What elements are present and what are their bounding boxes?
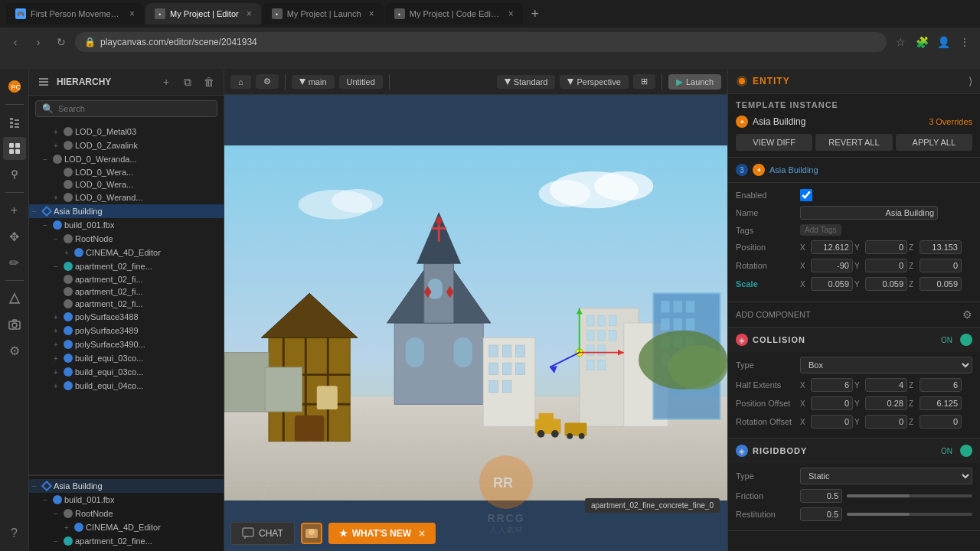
expand2-asia[interactable]: − bbox=[29, 481, 40, 491]
tab-close-1[interactable]: × bbox=[129, 8, 135, 19]
tab-editor[interactable]: ▪ My Project | Editor × bbox=[145, 3, 261, 24]
position-z-input[interactable] bbox=[920, 240, 962, 254]
perspective-dropdown[interactable]: Perspective bbox=[560, 75, 628, 89]
whats-new-close-icon[interactable]: × bbox=[419, 527, 425, 540]
tree-item-wera3[interactable]: LOD_0_Wera... bbox=[29, 178, 224, 191]
tree-item-apt02[interactable]: − apartment_02_fine... bbox=[29, 259, 224, 273]
name-input[interactable] bbox=[800, 206, 938, 220]
he-x-input[interactable] bbox=[811, 378, 853, 392]
collision-toggle[interactable] bbox=[960, 334, 972, 346]
tree-item-build001[interactable]: − build_001.fbx bbox=[29, 218, 224, 232]
viewport-3d[interactable]: CHAT ★ WHAT'S NEW × apartment_02_f bbox=[224, 95, 727, 551]
tree-item-wera2[interactable]: LOD_0_Wera... bbox=[29, 166, 224, 178]
tab-close-2[interactable]: × bbox=[247, 8, 252, 19]
expand-icon-asia[interactable]: − bbox=[29, 206, 40, 217]
collision-type-select[interactable]: Box bbox=[800, 357, 972, 373]
assets-icon[interactable] bbox=[3, 137, 26, 160]
delete-button[interactable]: 🗑 bbox=[201, 73, 217, 90]
hierarchy-search-input[interactable] bbox=[58, 104, 211, 113]
add-component-bar[interactable]: ADD COMPONENT ⚙ bbox=[728, 302, 980, 328]
move-tool-icon[interactable]: ✥ bbox=[3, 225, 26, 248]
entity-panel-collapse[interactable]: ⟩ bbox=[969, 75, 972, 87]
forward-button[interactable]: › bbox=[29, 33, 47, 51]
he-z-input[interactable] bbox=[920, 378, 962, 392]
tree-item-cinema[interactable]: + CINEMA_4D_Editor bbox=[29, 246, 224, 259]
expand2-cinema[interactable]: + bbox=[61, 522, 72, 533]
expand-icon-equi03a[interactable]: + bbox=[51, 353, 61, 364]
expand-icon-root[interactable]: − bbox=[51, 233, 61, 244]
home-button[interactable]: ⌂ bbox=[230, 75, 251, 89]
tree-item-lod0-werand[interactable]: + LOD_0_Werand... bbox=[29, 191, 224, 204]
collision-header[interactable]: ◈ COLLISION ON bbox=[728, 328, 980, 352]
tab-first-person[interactable]: 🎮 First Person Movement | PlayC... × bbox=[6, 3, 144, 24]
expand-icon-apt[interactable]: − bbox=[51, 261, 61, 272]
po-y-input[interactable] bbox=[865, 396, 907, 410]
profile-button[interactable]: 👤 bbox=[934, 33, 952, 51]
position-y-input[interactable] bbox=[865, 240, 907, 254]
expand-icon-build[interactable]: − bbox=[40, 220, 51, 230]
main-dropdown[interactable]: main bbox=[292, 75, 335, 89]
tree-item2-asia[interactable]: − Asia Building bbox=[29, 479, 224, 493]
tree-item2-apt[interactable]: − apartment_02_fine... bbox=[29, 534, 224, 548]
tree-item2-build[interactable]: − build_001.fbx bbox=[29, 493, 224, 507]
tree-item-lod0-metal[interactable]: + LOD_0_Metal03 bbox=[29, 125, 224, 139]
view-diff-button[interactable]: VIEW DIFF bbox=[736, 134, 812, 151]
position-x-input[interactable] bbox=[811, 240, 853, 254]
ro-z-input[interactable] bbox=[920, 415, 962, 429]
inspector-icon[interactable] bbox=[3, 163, 26, 186]
ro-x-input[interactable] bbox=[811, 415, 853, 429]
rotation-x-input[interactable] bbox=[811, 259, 853, 272]
rb-type-select[interactable]: Static bbox=[800, 468, 972, 484]
cursor-tool-icon[interactable]: + bbox=[3, 199, 26, 222]
grid-button[interactable]: ⊞ bbox=[633, 74, 655, 89]
tree-item-rootnode[interactable]: − RootNode bbox=[29, 232, 224, 246]
rigidbody-header[interactable]: ◈ RIGIDBODY ON bbox=[728, 439, 980, 463]
tree-item-lod0-wera[interactable]: − LOD_0_Weranda... bbox=[29, 152, 224, 166]
scale-z-input[interactable] bbox=[920, 277, 962, 291]
back-button[interactable]: ‹ bbox=[6, 33, 24, 51]
settings-button[interactable]: ⚙ bbox=[256, 74, 279, 89]
bookmark-button[interactable]: ☆ bbox=[891, 33, 910, 51]
duplicate-button[interactable]: ⧉ bbox=[179, 73, 196, 90]
tree-item-apt02-3[interactable]: apartment_02_fi... bbox=[29, 298, 224, 310]
new-tab-button[interactable]: + bbox=[524, 3, 546, 24]
url-bar[interactable]: 🔒 playcanvas.com/editor/scene/2041934 bbox=[75, 32, 887, 52]
rotation-y-input[interactable] bbox=[865, 259, 907, 272]
tree-item-equi04[interactable]: + build_equi_04co... bbox=[29, 379, 224, 393]
expand-icon-poly3489[interactable]: + bbox=[51, 325, 61, 336]
shapes-icon[interactable] bbox=[3, 287, 26, 310]
tree-item2-root[interactable]: − RootNode bbox=[29, 507, 224, 520]
tree-item-asia-building[interactable]: − Asia Building bbox=[29, 204, 224, 218]
add-entity-button[interactable]: + bbox=[158, 73, 175, 90]
playcanvas-logo-icon[interactable]: PC bbox=[3, 75, 26, 98]
tab-launch[interactable]: ▪ My Project | Launch × bbox=[263, 3, 384, 24]
po-z-input[interactable] bbox=[920, 396, 962, 410]
expand-icon-equi04[interactable]: + bbox=[51, 380, 61, 391]
he-y-input[interactable] bbox=[865, 378, 907, 392]
tree-item-poly3488[interactable]: + polySurface3488 bbox=[29, 310, 224, 324]
expand-icon-metal[interactable]: + bbox=[51, 126, 61, 137]
chat-button[interactable]: CHAT bbox=[230, 522, 295, 545]
expand-icon-equi03b[interactable]: + bbox=[51, 367, 61, 377]
tab-code-editor[interactable]: ▪ My Project | Code Editor × bbox=[385, 3, 523, 24]
expand2-apt[interactable]: − bbox=[51, 536, 61, 546]
scale-y-input[interactable] bbox=[865, 277, 907, 291]
tree-item-poly3489[interactable]: + polySurface3489 bbox=[29, 324, 224, 337]
pencil-tool-icon[interactable]: ✏ bbox=[3, 251, 26, 274]
help-icon[interactable]: ? bbox=[3, 522, 26, 545]
enabled-checkbox[interactable] bbox=[800, 189, 812, 201]
menu-button[interactable]: ⋮ bbox=[956, 33, 974, 51]
tree-item-apt02-1[interactable]: apartment_02_fi... bbox=[29, 273, 224, 285]
expand-icon-poly3490[interactable]: + bbox=[51, 339, 61, 350]
apply-all-button[interactable]: APPLY ALL bbox=[896, 134, 972, 151]
restitution-input[interactable] bbox=[800, 507, 842, 521]
po-x-input[interactable] bbox=[811, 396, 853, 410]
expand2-build[interactable]: − bbox=[40, 494, 51, 505]
tree-item-apt02-2[interactable]: apartment_02_fi... bbox=[29, 285, 224, 298]
tab-close-4[interactable]: × bbox=[508, 8, 514, 19]
whats-new-button[interactable]: ★ WHAT'S NEW × bbox=[328, 523, 436, 544]
launch-button[interactable]: ▶ Launch bbox=[668, 74, 721, 90]
friction-input[interactable] bbox=[800, 489, 842, 503]
ro-y-input[interactable] bbox=[865, 415, 907, 429]
expand2-root[interactable]: − bbox=[51, 508, 61, 519]
